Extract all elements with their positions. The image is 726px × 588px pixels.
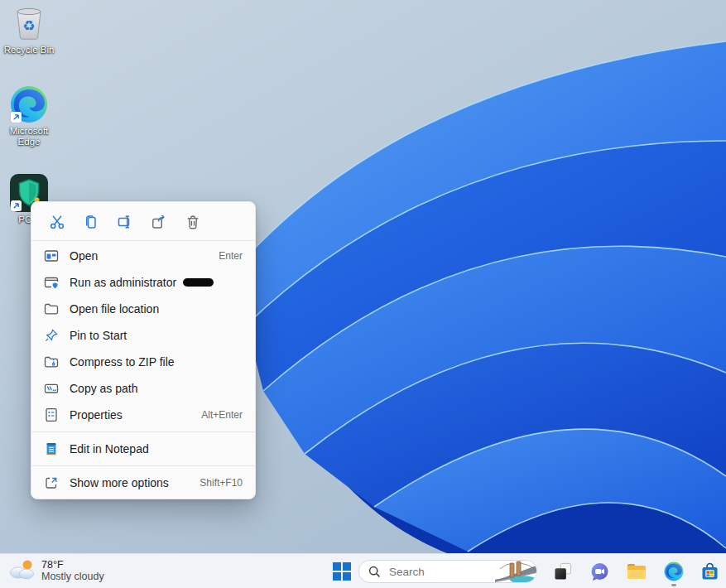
cut-button[interactable] (41, 209, 73, 235)
edge-icon (10, 85, 48, 123)
search-input[interactable] (387, 565, 493, 579)
microsoft-store-button[interactable] (700, 561, 719, 581)
scissors-icon (49, 214, 65, 230)
menu-item-label: Edit in Notepad (70, 442, 149, 455)
copy-icon (83, 214, 99, 230)
rename-icon (117, 214, 133, 230)
quick-actions-row (31, 205, 255, 239)
menu-item-pin-to-start[interactable]: Pin to Start (31, 322, 255, 349)
share-button[interactable] (143, 209, 175, 235)
shortcut-arrow-icon (11, 112, 22, 123)
weather-widget[interactable]: 78°F Mostly cloudy (7, 558, 104, 582)
menu-item-label: Open file location (70, 302, 159, 316)
menu-item-copy-as-path[interactable]: Copy as path (31, 375, 255, 402)
rename-button[interactable] (109, 209, 141, 235)
menu-item-label: Run as administrator (70, 276, 176, 289)
copy-button[interactable] (75, 209, 107, 235)
svg-text:♻: ♻ (22, 17, 35, 34)
folder-icon (44, 301, 59, 316)
context-menu: Open Enter Run as administrator Open fil… (31, 201, 256, 499)
menu-item-edit-in-notepad[interactable]: Edit in Notepad (31, 436, 255, 462)
menu-item-show-more-options[interactable]: Show more options Shift+F10 (31, 470, 255, 496)
windows-logo-icon (333, 562, 351, 581)
menu-item-compress-to-zip[interactable]: Compress to ZIP file (31, 349, 255, 375)
task-view-button[interactable] (553, 561, 573, 581)
ink-mark (183, 278, 214, 287)
menu-item-shortcut: Enter (219, 250, 243, 262)
menu-separator (31, 465, 255, 466)
taskbar: 78°F Mostly cloudy (0, 553, 726, 588)
file-explorer-icon (627, 562, 647, 581)
edge-taskbar-button[interactable] (664, 561, 684, 581)
zip-folder-icon (44, 354, 59, 369)
desktop-icon-label: Recycle Bin (4, 45, 55, 55)
properties-icon (44, 407, 59, 422)
menu-item-label: Properties (70, 408, 123, 422)
task-view-icon (554, 562, 572, 581)
menu-item-label: Pin to Start (70, 329, 127, 342)
chat-icon (590, 562, 609, 581)
weather-temperature: 78°F (41, 559, 104, 571)
shortcut-arrow-icon (11, 200, 22, 211)
pin-icon (44, 328, 59, 343)
edge-icon (664, 561, 684, 581)
desktop-icon-microsoft-edge[interactable]: Microsoft Edge (0, 85, 58, 147)
microsoft-store-icon (700, 562, 719, 581)
menu-item-label: Copy as path (70, 382, 138, 395)
menu-item-properties[interactable]: Properties Alt+Enter (31, 402, 255, 428)
weather-cloud-icon (7, 558, 36, 581)
start-button[interactable] (332, 561, 352, 581)
share-icon (151, 214, 167, 230)
menu-item-open-file-location[interactable]: Open file location (31, 296, 255, 322)
path-icon (44, 381, 59, 396)
search-icon (368, 566, 381, 578)
search-highlight-image[interactable] (493, 561, 536, 582)
menu-item-open[interactable]: Open Enter (31, 243, 255, 269)
menu-item-label: Compress to ZIP file (70, 355, 175, 369)
show-more-icon (44, 475, 59, 490)
notepad-icon (44, 441, 59, 456)
chat-button[interactable] (589, 561, 609, 581)
edge-running-indicator (671, 584, 676, 586)
desktop-icon-recycle-bin[interactable]: ♻ Recycle Bin (0, 4, 58, 55)
menu-item-label: Show more options (70, 476, 169, 489)
menu-separator (31, 431, 255, 432)
open-window-icon (44, 248, 59, 263)
delete-button[interactable] (177, 209, 209, 235)
weather-condition: Mostly cloudy (41, 571, 104, 582)
menu-separator (31, 240, 255, 241)
menu-item-shortcut: Alt+Enter (201, 409, 243, 421)
menu-item-label: Open (70, 249, 98, 263)
menu-item-run-as-administrator[interactable]: Run as administrator (31, 269, 255, 296)
admin-shield-icon (44, 275, 59, 290)
search-box[interactable] (358, 560, 537, 583)
menu-item-shortcut: Shift+F10 (200, 477, 243, 489)
recycle-bin-icon: ♻ (10, 4, 48, 42)
file-explorer-button[interactable] (627, 561, 647, 581)
desktop-icon-label: Microsoft Edge (1, 126, 57, 147)
trash-icon (185, 214, 201, 230)
